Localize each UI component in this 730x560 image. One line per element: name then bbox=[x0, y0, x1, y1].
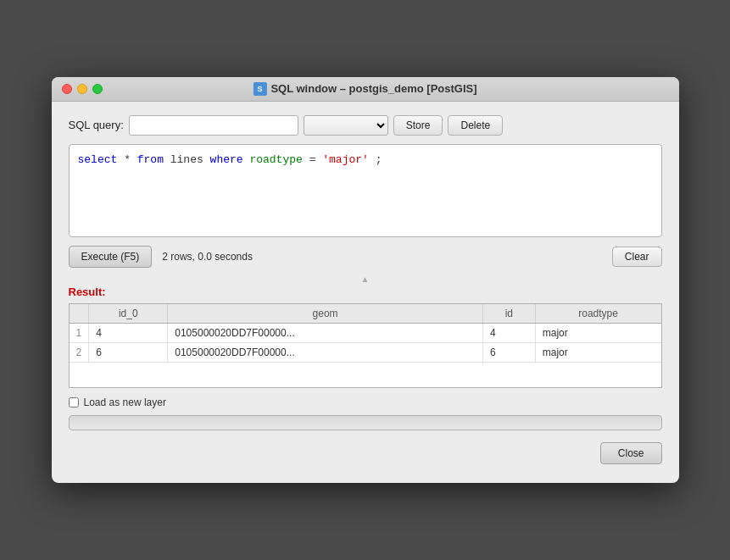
col-header-rownum bbox=[70, 304, 89, 324]
cell-id-1: 4 bbox=[482, 323, 535, 342]
sql-table-name: lines bbox=[170, 153, 210, 166]
table-header-row: id_0 geom id roadtype bbox=[70, 304, 661, 324]
close-button[interactable]: Close bbox=[600, 442, 662, 464]
execute-left: Execute (F5) 2 rows, 0.0 seconds bbox=[69, 246, 253, 268]
clear-button[interactable]: Clear bbox=[612, 247, 662, 267]
load-layer-row: Load as new layer bbox=[69, 396, 662, 408]
traffic-lights bbox=[62, 84, 103, 94]
cell-id0-1: 4 bbox=[89, 323, 168, 342]
cell-geom-1: 0105000020DD7F00000... bbox=[168, 323, 483, 342]
sql-query-label: SQL query: bbox=[69, 119, 124, 131]
execute-info: 2 rows, 0.0 seconds bbox=[162, 251, 253, 263]
load-layer-label: Load as new layer bbox=[84, 396, 166, 408]
titlebar: S SQL window – postgis_demo [PostGIS] bbox=[52, 77, 679, 102]
cell-geom-2: 0105000020DD7F00000... bbox=[168, 342, 483, 362]
empty-cell bbox=[70, 362, 661, 387]
cell-id-2: 6 bbox=[482, 342, 535, 362]
cell-roadtype-1: major bbox=[535, 323, 660, 342]
row-num-2: 2 bbox=[70, 342, 89, 362]
cell-roadtype-2: major bbox=[535, 342, 660, 362]
cell-id0-2: 6 bbox=[89, 342, 168, 362]
stored-query-select[interactable] bbox=[304, 115, 388, 136]
sql-star: * bbox=[124, 153, 137, 166]
result-table: id_0 geom id roadtype 1 4 0105000020DD7F… bbox=[70, 304, 661, 388]
window-title: S SQL window – postgis_demo [PostGIS] bbox=[253, 82, 476, 96]
result-table-container: id_0 geom id roadtype 1 4 0105000020DD7F… bbox=[69, 303, 662, 389]
sql-from-keyword: from bbox=[137, 153, 164, 166]
table-row: 2 6 0105000020DD7F00000... 6 major bbox=[70, 342, 661, 362]
table-row: 1 4 0105000020DD7F00000... 4 major bbox=[70, 323, 661, 342]
delete-button[interactable]: Delete bbox=[448, 115, 503, 136]
store-button[interactable]: Store bbox=[393, 115, 443, 136]
load-layer-checkbox[interactable] bbox=[69, 397, 79, 408]
sql-query-row: SQL query: Store Delete bbox=[69, 115, 662, 136]
spacer-arrow: ▲ bbox=[69, 274, 662, 284]
col-header-id: id bbox=[482, 304, 535, 324]
maximize-traffic-light[interactable] bbox=[92, 84, 103, 94]
sql-column-name: roadtype bbox=[249, 153, 302, 166]
progress-bar bbox=[69, 415, 662, 430]
table-empty-row bbox=[70, 362, 661, 387]
sql-semicolon: ; bbox=[376, 153, 382, 166]
execute-row: Execute (F5) 2 rows, 0.0 seconds Clear bbox=[69, 246, 662, 268]
sql-query-input[interactable] bbox=[129, 115, 298, 136]
window-content: SQL query: Store Delete select * from li… bbox=[52, 102, 679, 484]
col-header-geom: geom bbox=[168, 304, 483, 324]
col-header-id0: id_0 bbox=[89, 304, 168, 324]
row-num-1: 1 bbox=[70, 323, 89, 342]
sql-string-value: 'major' bbox=[322, 153, 369, 166]
window-icon: S bbox=[253, 82, 266, 96]
sql-select-keyword: select bbox=[78, 153, 118, 166]
sql-where-keyword: where bbox=[210, 153, 243, 166]
query-editor[interactable]: select * from lines where roadtype = 'ma… bbox=[69, 144, 662, 237]
result-label: Result: bbox=[69, 286, 662, 298]
sql-window: S SQL window – postgis_demo [PostGIS] SQ… bbox=[52, 77, 679, 484]
execute-button[interactable]: Execute (F5) bbox=[69, 246, 153, 268]
bottom-row: Close bbox=[69, 442, 662, 469]
sql-operator: = bbox=[309, 153, 323, 166]
col-header-roadtype: roadtype bbox=[535, 304, 660, 324]
minimize-traffic-light[interactable] bbox=[77, 84, 87, 94]
close-traffic-light[interactable] bbox=[62, 84, 72, 94]
